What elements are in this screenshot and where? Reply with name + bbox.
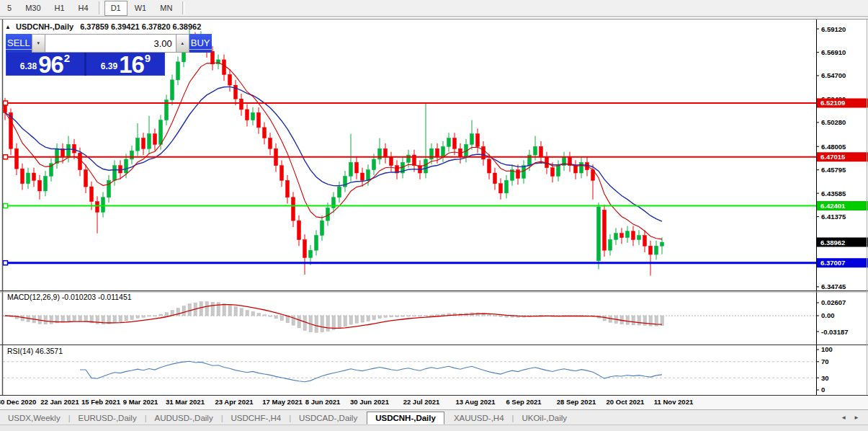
chart-title: ▲ USDCNH-,Daily 6.37859 6.39421 6.37820 … — [5, 22, 201, 31]
chart-tab-usdchf-[interactable]: USDCHF-,H4 — [223, 412, 290, 424]
toolbar-separator — [99, 1, 102, 14]
svg-text:30: 30 — [821, 374, 829, 382]
date-tick-label: 30 Dec 2020 — [0, 398, 36, 406]
scroll-right-icon[interactable]: ► — [854, 414, 859, 421]
timeframe-button-5[interactable]: 5 — [1, 1, 18, 16]
chart-symbol-label: USDCNH-,Daily — [16, 22, 73, 31]
arrow-up-icon: ▲ — [180, 41, 184, 45]
svg-text:0.02607: 0.02607 — [821, 298, 846, 306]
timeframe-button-w1[interactable]: W1 — [128, 1, 153, 16]
svg-text:0.00: 0.00 — [821, 311, 835, 319]
timeframe-button-h4[interactable]: H4 — [72, 1, 95, 16]
svg-text:6.37007: 6.37007 — [820, 259, 845, 267]
date-tick-label: 23 Apr 2021 — [215, 398, 254, 406]
svg-text:6.41375: 6.41375 — [821, 213, 846, 221]
svg-text:6.42401: 6.42401 — [820, 202, 846, 210]
svg-text:6.48005: 6.48005 — [821, 143, 846, 151]
svg-text:6.45795: 6.45795 — [821, 166, 846, 174]
date-tick-label: 22 Jan 2021 — [40, 398, 79, 406]
chart-tab-eurusd-[interactable]: EURUSD-,Daily — [71, 412, 145, 424]
buy-button[interactable]: BUY — [189, 34, 212, 53]
date-tick-label: 13 Aug 2021 — [455, 398, 495, 406]
one-click-trade-widget: SELL ▼ ▲ BUY 6.38 96 2 6.39 — [6, 34, 165, 76]
buy-price-display[interactable]: 6.39 16 9 — [84, 53, 165, 76]
toolbar-separator — [182, 1, 185, 14]
date-tick-label: 6 Sep 2021 — [506, 398, 541, 406]
volume-input[interactable] — [45, 35, 176, 52]
date-tick-label: 11 Nov 2021 — [654, 398, 693, 406]
arrow-down-icon: ▼ — [36, 41, 40, 45]
sell-button[interactable]: SELL — [6, 34, 32, 53]
svg-text:-0.03187: -0.03187 — [821, 328, 849, 336]
date-tick-label: 31 Mar 2021 — [166, 398, 205, 406]
svg-text:6.52490: 6.52490 — [821, 95, 846, 103]
collapse-triangle-icon[interactable]: ▲ — [5, 24, 11, 30]
date-tick-label: 8 Jun 2021 — [305, 398, 341, 406]
svg-text:6.47015: 6.47015 — [820, 153, 846, 161]
chart-tab-usdx[interactable]: USDX,Weekly — [0, 412, 68, 424]
svg-text:6.43585: 6.43585 — [821, 190, 846, 197]
date-tick-label: 30 Jun 2021 — [350, 398, 389, 406]
buy-price-big-digits: 16 — [119, 55, 144, 74]
svg-text:6.54700: 6.54700 — [821, 71, 846, 79]
date-tick-label: 17 May 2021 — [262, 398, 302, 406]
sell-price-prefix: 6.38 — [20, 61, 37, 71]
svg-text:6.34745: 6.34745 — [821, 283, 846, 290]
time-axis[interactable]: 30 Dec 202022 Jan 202115 Feb 20219 Mar 2… — [0, 396, 868, 409]
date-tick-label: 22 Jul 2021 — [403, 398, 440, 406]
date-tick-label: 28 Sep 2021 — [557, 398, 596, 406]
svg-text:0: 0 — [821, 386, 825, 394]
svg-text:100: 100 — [821, 345, 833, 353]
sell-price-big-digits: 96 — [38, 55, 63, 74]
volume-spinner: ▼ ▲ — [32, 34, 189, 53]
timeframe-button-d1[interactable]: D1 — [104, 1, 127, 16]
scroll-left-icon[interactable]: ◄ — [841, 414, 846, 421]
svg-text:6.59120: 6.59120 — [821, 25, 846, 33]
buy-price-prefix: 6.39 — [101, 61, 117, 71]
svg-text:6.52109: 6.52109 — [820, 99, 845, 107]
svg-text:6.50280: 6.50280 — [821, 118, 846, 126]
date-tick-label: 20 Oct 2021 — [607, 398, 645, 406]
svg-text:70: 70 — [821, 357, 829, 365]
timeframe-toolbar: 5M30H1H4D1W1MN — [0, 0, 868, 17]
svg-text:6.56910: 6.56910 — [821, 48, 846, 56]
volume-decrease-button[interactable]: ▼ — [32, 35, 45, 52]
tab-scroll-buttons: ◄► — [841, 414, 868, 421]
timeframe-button-h1[interactable]: H1 — [48, 1, 71, 16]
chart-tab-usdcnh-[interactable]: USDCNH-,Daily — [367, 412, 444, 425]
chart-tab-usdcad-[interactable]: USDCAD-,Daily — [291, 412, 365, 424]
buy-price-pip-digit: 9 — [145, 52, 151, 64]
buy-button-label: BUY — [189, 37, 212, 50]
window-bottom-edge — [0, 425, 868, 431]
chart-tab-audusd-[interactable]: AUDUSD-,Daily — [147, 412, 221, 424]
chart-tab-ukoil-[interactable]: UKOil-,Daily — [514, 412, 575, 424]
sell-price-display[interactable]: 6.38 96 2 — [6, 53, 84, 76]
timeframe-button-mn[interactable]: MN — [153, 1, 179, 16]
sell-price-pip-digit: 2 — [64, 52, 70, 64]
sell-button-label: SELL — [6, 37, 32, 50]
chart-tab-bar: USDX,Weekly|EURUSD-,Daily|AUDUSD-,Daily|… — [0, 409, 868, 425]
svg-text:6.38962: 6.38962 — [820, 239, 845, 246]
chart-tab-xauusd-[interactable]: XAUUSD-,H4 — [446, 412, 512, 424]
chart-ohlc-values: 6.37859 6.39421 6.37820 6.38962 — [80, 22, 201, 31]
volume-increase-button[interactable]: ▲ — [176, 35, 189, 52]
timeframe-button-m30[interactable]: M30 — [19, 1, 47, 16]
date-tick-label: 9 Mar 2021 — [123, 398, 158, 406]
trading-terminal-window: 5M30H1H4D1W1MN 6.591206.569106.547006.52… — [0, 0, 868, 431]
date-tick-label: 15 Feb 2021 — [81, 398, 120, 406]
